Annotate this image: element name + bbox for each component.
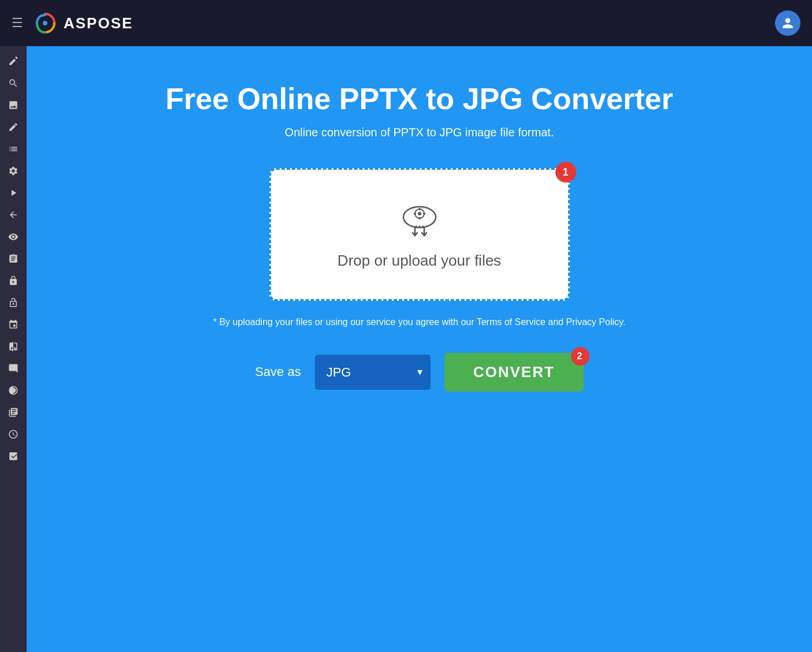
svg-point-19 bbox=[425, 225, 427, 227]
svg-rect-7 bbox=[414, 213, 416, 214]
header: ☰ ASPOSE bbox=[0, 0, 812, 46]
convert-badge: 2 bbox=[571, 347, 589, 366]
convert-label: CONVERT bbox=[473, 363, 555, 381]
main-content: Free Online PPTX to JPG Converter Online… bbox=[27, 46, 812, 652]
sidebar-item-undo[interactable] bbox=[2, 204, 25, 225]
sidebar-item-search[interactable] bbox=[2, 73, 25, 94]
svg-point-4 bbox=[418, 212, 421, 215]
upload-dropzone[interactable]: 1 bbox=[269, 168, 570, 301]
terms-text: * By uploading your files or using our s… bbox=[213, 315, 626, 330]
format-select[interactable]: JPG PNG BMP TIFF bbox=[315, 355, 431, 390]
sidebar-item-pencil[interactable] bbox=[2, 117, 25, 137]
svg-rect-8 bbox=[423, 213, 425, 214]
sidebar-item-arrow[interactable] bbox=[2, 182, 25, 203]
user-avatar[interactable] bbox=[775, 10, 800, 36]
page-title: Free Online PPTX to JPG Converter bbox=[165, 81, 673, 117]
sidebar-item-view[interactable] bbox=[2, 226, 25, 247]
sidebar-item-list2[interactable] bbox=[2, 402, 25, 423]
page-subtitle: Online conversion of PPTX to JPG image f… bbox=[285, 126, 554, 139]
upload-icon bbox=[396, 200, 443, 243]
sidebar-item-compare[interactable] bbox=[2, 336, 25, 357]
svg-point-18 bbox=[422, 225, 424, 227]
bottom-bar: Save as JPG PNG BMP TIFF CONVERT 2 bbox=[255, 353, 584, 392]
convert-button[interactable]: CONVERT 2 bbox=[444, 353, 584, 392]
hamburger-icon[interactable]: ☰ bbox=[12, 16, 23, 31]
upload-badge: 1 bbox=[555, 162, 576, 182]
svg-point-17 bbox=[418, 225, 420, 227]
svg-point-1 bbox=[43, 21, 47, 25]
svg-rect-5 bbox=[418, 208, 420, 210]
header-left: ☰ ASPOSE bbox=[12, 10, 133, 36]
sidebar-item-lock1[interactable] bbox=[2, 270, 25, 291]
logo-area: ASPOSE bbox=[32, 10, 133, 36]
main-layout: Free Online PPTX to JPG Converter Online… bbox=[0, 46, 812, 652]
sidebar-item-time[interactable] bbox=[2, 424, 25, 445]
aspose-logo-icon bbox=[32, 10, 58, 36]
save-as-label: Save as bbox=[255, 364, 301, 379]
svg-point-15 bbox=[411, 225, 413, 227]
sidebar-item-chart[interactable] bbox=[2, 446, 25, 467]
sidebar-item-list[interactable] bbox=[2, 139, 25, 159]
sidebar-item-lock2[interactable] bbox=[2, 292, 25, 313]
sidebar-item-settings[interactable] bbox=[2, 161, 25, 181]
sidebar bbox=[0, 46, 27, 652]
svg-point-16 bbox=[415, 225, 417, 227]
format-select-wrapper[interactable]: JPG PNG BMP TIFF bbox=[315, 355, 431, 390]
logo-text: ASPOSE bbox=[64, 14, 133, 32]
sidebar-item-image[interactable] bbox=[2, 95, 25, 116]
sidebar-item-merge[interactable] bbox=[2, 314, 25, 335]
upload-text: Drop or upload your files bbox=[338, 252, 501, 270]
sidebar-item-edit[interactable] bbox=[2, 51, 25, 72]
svg-rect-6 bbox=[418, 217, 420, 219]
sidebar-item-sign[interactable] bbox=[2, 358, 25, 379]
sidebar-item-note[interactable] bbox=[2, 248, 25, 269]
sidebar-item-half[interactable] bbox=[2, 380, 25, 401]
